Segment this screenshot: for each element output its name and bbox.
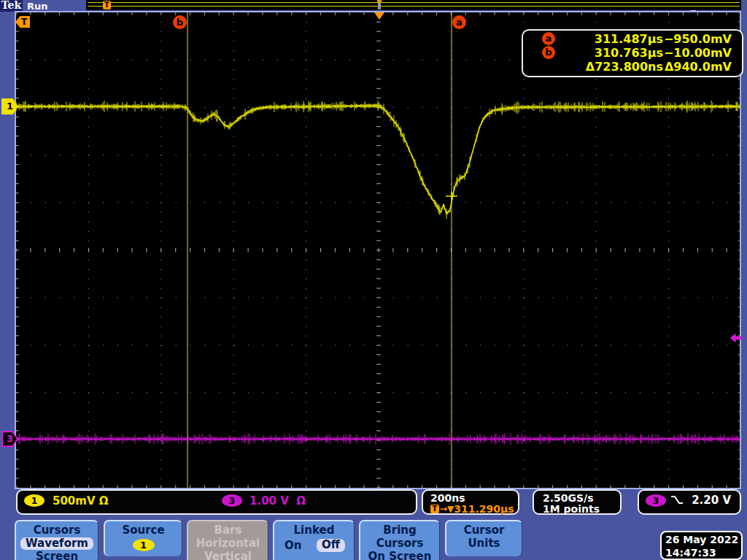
- sample-rate: 2.50GS/s: [543, 492, 594, 504]
- menu-cursor-units-button[interactable]: Cursor Units: [445, 520, 522, 556]
- cursor-b-voltage: −10.00mV: [664, 46, 732, 60]
- cursor-readout-box: a 311.487µs −950.0mV b 310.763µs −10.00m…: [522, 29, 743, 77]
- horizontal-delay-row: T→▼311.290µs: [430, 503, 514, 515]
- menu-bring-cursors-button[interactable]: Bring Cursors On Screen: [359, 520, 440, 560]
- menu-cursors-option[interactable]: Screen: [16, 550, 98, 560]
- menu-linked-on[interactable]: On: [285, 539, 301, 552]
- horizontal-delay-value: 311.290µs: [454, 503, 514, 515]
- source-channel-badge: 1: [133, 539, 155, 551]
- menu-source-title: Source: [105, 524, 182, 537]
- acquisition-info-box[interactable]: 2.50GS/s 1M points: [533, 489, 622, 515]
- acq-waveform-line: [88, 2, 740, 3]
- expansion-marker-icon: ▼: [447, 504, 454, 514]
- menu-bars-line1: Bars: [188, 524, 268, 537]
- menu-bars-line3: Vertical: [188, 550, 268, 560]
- cursor-delta-time: Δ723.800ns: [586, 60, 663, 74]
- menu-bring-line2: Cursors: [360, 537, 439, 550]
- menu-bars-line2: Horizontal: [188, 537, 268, 550]
- time-text: 14:47:33: [665, 547, 716, 559]
- cursor-a-badge[interactable]: a: [452, 15, 466, 29]
- menu-linked-button[interactable]: Linked On Off: [273, 520, 355, 560]
- cursor-a-time: 311.487µs: [595, 32, 663, 46]
- acq-waveform-line: [88, 6, 740, 7]
- date-text: 26 May 2022: [665, 534, 738, 545]
- cursor-delta-voltage: Δ940.0mV: [665, 60, 732, 74]
- trigger-source-badge: 3: [646, 494, 666, 507]
- channel1-scale: 500mV Ω: [53, 494, 109, 508]
- acq-expansion-cap: [377, 0, 382, 2]
- timebase-scale: 200ns: [430, 492, 465, 504]
- acq-trigger-position-marker: T: [103, 1, 111, 9]
- horizontal-settings-box[interactable]: 200ns T→▼311.290µs: [422, 489, 519, 515]
- cursor-a-voltage: −950.0mV: [664, 32, 732, 46]
- acquisition-overview-bar: T: [86, 0, 741, 10]
- channel1-badge[interactable]: 1: [24, 494, 44, 507]
- cursor-b-time: 310.763µs: [595, 46, 663, 60]
- trigger-level-value: 2.20 V: [692, 494, 731, 507]
- trigger-t-icon: T: [430, 505, 439, 513]
- menu-bring-line3: On Screen: [360, 550, 439, 560]
- menu-cursors-selected[interactable]: Waveform: [20, 537, 93, 550]
- trigger-settings-box[interactable]: 3 2.20 V: [638, 489, 741, 515]
- menu-units-line2: Units: [446, 537, 522, 550]
- menu-units-line1: Cursor: [446, 524, 522, 537]
- menu-bars-button: Bars Horizontal Vertical: [187, 520, 268, 560]
- menu-cursors-button[interactable]: Cursors Waveform Screen: [15, 520, 98, 560]
- datetime-box: 26 May 2022 14:47:33: [660, 531, 743, 560]
- expansion-point-icon: [374, 12, 384, 20]
- channel-scale-box[interactable]: 1 500mV Ω 3 1.00 V Ω: [16, 489, 417, 515]
- menu-cursors-title: Cursors: [16, 524, 98, 537]
- channel3-badge[interactable]: 3: [222, 494, 242, 507]
- menu-linked-off[interactable]: Off: [317, 539, 345, 552]
- readout-a-badge: a: [542, 32, 555, 45]
- run-status: Run: [27, 1, 48, 12]
- arrow-right-icon: →: [440, 504, 447, 514]
- menu-linked-title: Linked: [274, 524, 354, 537]
- cursor-b-badge[interactable]: b: [173, 15, 187, 29]
- falling-edge-icon: [670, 495, 684, 505]
- menu-bring-line1: Bring: [360, 524, 439, 537]
- record-length: 1M points: [543, 503, 600, 515]
- readout-b-badge: b: [542, 46, 555, 59]
- channel3-scale: 1.00 V Ω: [249, 494, 306, 508]
- menu-source-button[interactable]: Source 1: [104, 520, 182, 556]
- tek-logo: Tek: [0, 0, 23, 12]
- waveform-graticule: [15, 11, 741, 489]
